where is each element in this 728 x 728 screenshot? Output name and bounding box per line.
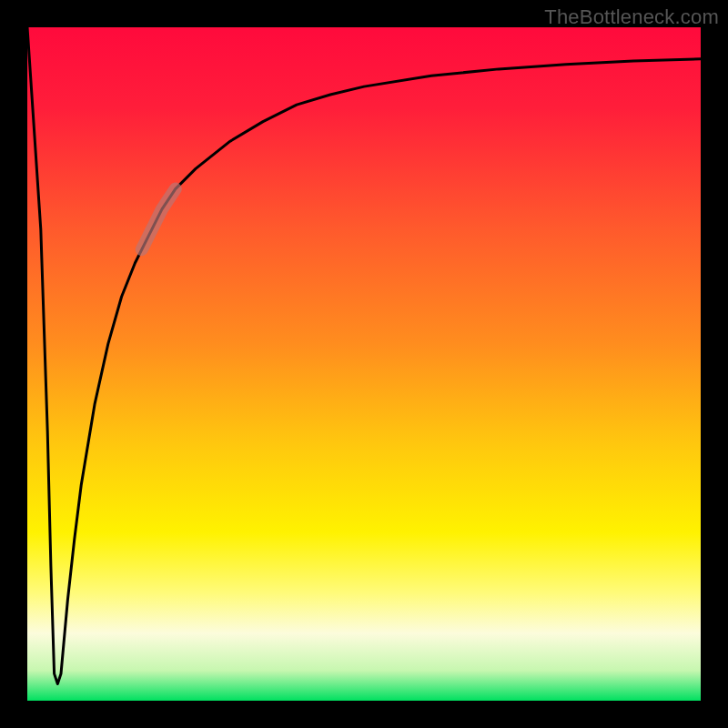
watermark-text: TheBottleneck.com	[544, 5, 719, 29]
chart-container: { "watermark": "TheBottleneck.com", "col…	[0, 0, 728, 728]
bottleneck-chart	[0, 0, 728, 728]
chart-gradient-background	[27, 27, 701, 701]
